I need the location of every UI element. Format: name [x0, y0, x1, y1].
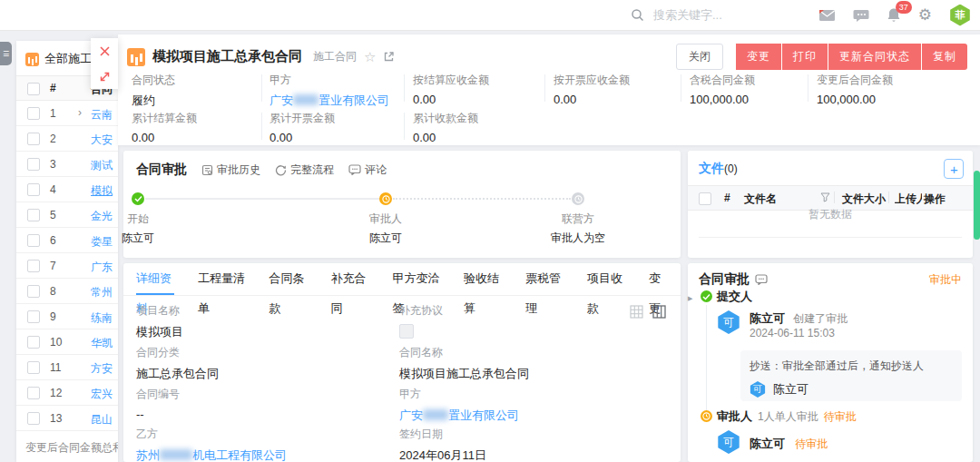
comment-icon[interactable] — [755, 274, 768, 285]
tab[interactable]: 项目收款 — [587, 263, 625, 295]
action-button[interactable]: 变更 — [736, 44, 781, 70]
row-number: 2 — [50, 133, 56, 145]
row-checkbox[interactable] — [27, 387, 40, 399]
chat-icon[interactable] — [853, 8, 869, 23]
filter-icon[interactable] — [820, 192, 830, 202]
tab[interactable]: 工程量清单 — [198, 263, 246, 295]
accum-received-link[interactable]: 0.00 — [413, 131, 478, 144]
row-expand-icon[interactable]: › — [78, 106, 82, 119]
notification-bell-icon[interactable]: 37 — [887, 7, 901, 23]
contract-row[interactable]: 3 测试 — [16, 152, 118, 177]
row-checkbox[interactable] — [27, 310, 40, 323]
clock-circle-icon — [572, 192, 584, 205]
close-icon[interactable] — [98, 44, 112, 58]
contract-row[interactable]: 10 华凯 — [16, 329, 118, 355]
tab[interactable]: 甲方变洽签 — [393, 263, 441, 295]
row-number: 6 — [50, 234, 56, 247]
select-all-checkbox[interactable] — [27, 83, 40, 95]
supplement-checkbox[interactable] — [399, 324, 414, 339]
contract-row[interactable]: 2 大安 — [16, 126, 118, 152]
settings-gear-icon[interactable]: ⚙ — [918, 7, 932, 23]
contract-link[interactable]: 测试 — [91, 158, 113, 173]
favorite-star-icon[interactable]: ☆ — [364, 50, 376, 64]
contract-link[interactable]: 昆山 — [91, 412, 113, 428]
row-checkbox[interactable] — [27, 361, 40, 374]
open-external-icon[interactable] — [383, 51, 395, 63]
contract-type-tag: 施工合同 — [313, 49, 357, 64]
comment-icon — [348, 164, 361, 175]
action-button[interactable]: 更新合同状态 — [828, 44, 921, 70]
row-checkbox[interactable] — [27, 336, 40, 349]
search-input[interactable] — [652, 7, 800, 23]
tab[interactable]: 详细资料 — [136, 263, 174, 295]
row-checkbox[interactable] — [27, 234, 40, 247]
check-circle-icon — [132, 192, 144, 205]
flow-step-start: 开始 陈立可 — [88, 192, 188, 246]
approver-row: 陈立可 待审批 — [750, 436, 828, 452]
global-search[interactable] — [631, 0, 800, 30]
user-avatar[interactable]: 菲 — [949, 5, 971, 26]
expand-icon[interactable] — [98, 70, 112, 84]
row-checkbox[interactable] — [27, 183, 40, 196]
contract-link[interactable]: 华凯 — [91, 336, 113, 351]
approval-flow-panel: 合同审批 审批历史 完整流程 评论 开始 陈立可 审批人 陈立可 联营方 审批人… — [123, 151, 681, 258]
sidebar-collapse-toggle[interactable]: ☰ — [0, 42, 12, 65]
flow-step-partner: 联营方 审批人为空 — [528, 192, 628, 246]
row-checkbox[interactable] — [27, 133, 40, 145]
contract-link[interactable]: 云南 — [91, 107, 113, 123]
row-checkbox[interactable] — [27, 285, 40, 298]
contract-row[interactable]: 11 方安 — [16, 355, 118, 380]
contract-row[interactable]: 9 练南 — [16, 304, 118, 329]
contract-link[interactable]: 练南 — [91, 310, 113, 326]
contract-link[interactable]: 广东 — [91, 260, 113, 275]
contract-row[interactable]: 7 广东 — [16, 253, 118, 279]
party-a-link[interactable]: 广安置业有限公司 — [270, 93, 389, 107]
list-summary: 变更后合同金额总和: — [16, 435, 118, 462]
page-title: 模拟项目施工总承包合同 — [152, 48, 302, 65]
party-a-link[interactable]: 广安置业有限公司 — [399, 408, 519, 422]
contract-row[interactable]: 1 › 云南 — [16, 101, 118, 126]
comment-link[interactable]: 评论 — [348, 162, 387, 178]
row-checkbox[interactable] — [27, 158, 40, 171]
approval-history-link[interactable]: 审批历史 — [201, 162, 260, 178]
files-select-all-checkbox[interactable] — [699, 192, 711, 205]
files-title: 文件 — [699, 161, 724, 177]
row-checkbox[interactable] — [27, 107, 40, 120]
row-checkbox[interactable] — [27, 412, 40, 425]
row-number: 7 — [50, 260, 56, 272]
tab[interactable]: 验收结算 — [464, 263, 502, 295]
close-button[interactable]: 关闭 — [676, 44, 723, 70]
columns-view-icon[interactable] — [652, 305, 666, 319]
files-panel: 文件 (0) + # 文件名 文件大小 上传人 操作 暂无数据 — [688, 151, 973, 258]
add-file-button[interactable]: + — [944, 159, 964, 179]
row-checkbox[interactable] — [27, 209, 40, 221]
contract-link[interactable]: 宏兴 — [91, 387, 113, 402]
accum-invoice-link[interactable]: 0.00 — [270, 131, 335, 144]
contract-row[interactable]: 12 宏兴 — [16, 380, 118, 406]
action-button[interactable]: 打印 — [782, 44, 828, 70]
approval-title: 合同审批 — [699, 271, 750, 288]
row-checkbox[interactable] — [27, 260, 40, 272]
tab[interactable]: 合同条款 — [270, 263, 308, 295]
full-process-link[interactable]: 完整流程 — [275, 162, 334, 178]
action-button[interactable]: 复制 — [922, 44, 967, 70]
tab[interactable]: 票税管理 — [525, 263, 564, 295]
grid-view-icon[interactable] — [630, 305, 643, 319]
project-link[interactable]: 模拟项目 — [136, 324, 183, 340]
scrollbar-thumb[interactable] — [974, 171, 980, 240]
tab[interactable]: 补充合同 — [331, 263, 369, 295]
contract-link[interactable]: 常州 — [91, 285, 113, 300]
contract-row[interactable]: 8 常州 — [16, 279, 118, 304]
field-party-b: 乙方 苏州机电工程有限公司 — [136, 427, 287, 462]
contract-link[interactable]: 大安 — [91, 133, 113, 148]
contract-row[interactable]: 13 昆山 — [16, 406, 118, 431]
panel-expand-handle[interactable]: ▶ — [688, 289, 696, 309]
party-b-link[interactable]: 苏州机电工程有限公司 — [136, 448, 287, 462]
row-number: 5 — [50, 209, 56, 221]
tab[interactable]: 变更 — [649, 263, 668, 295]
contract-link[interactable]: 方安 — [91, 361, 113, 377]
redacted-text — [160, 449, 192, 460]
row-number: 8 — [50, 285, 56, 298]
mail-icon[interactable] — [818, 8, 836, 22]
field-contract-category: 合同分类 施工总承包合同 — [136, 345, 219, 382]
